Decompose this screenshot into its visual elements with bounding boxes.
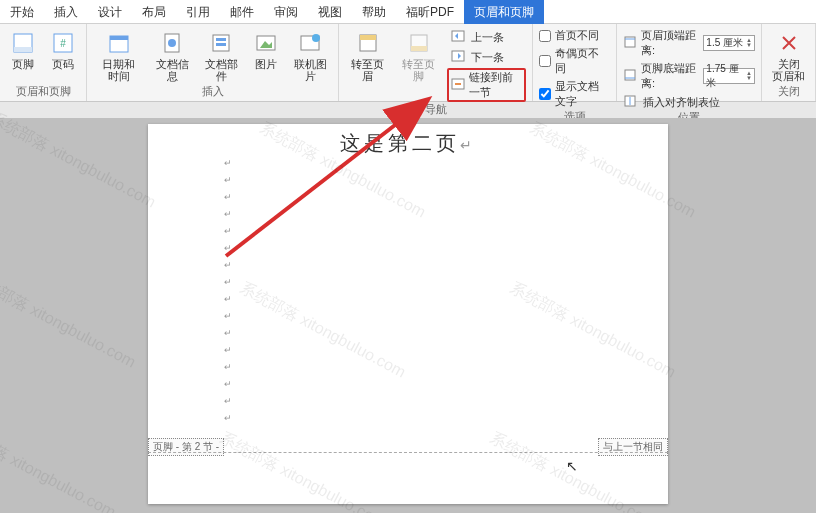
group-insert: 日期和时间 文档信息 文档部件 图片 联机图片 插入 [87,24,339,101]
footer-distance-spinner[interactable]: 页脚底端距离: 1.75 厘米▲▼ [623,61,755,91]
same-as-previous-tag: 与上一节相同 [598,438,668,456]
footer-label: 页脚 [12,58,34,70]
link-label: 链接到前一节 [469,70,522,100]
header-dist-icon [623,35,637,51]
pagenum-icon: # [50,30,76,56]
svg-text:#: # [60,38,66,49]
tab-review[interactable]: 审阅 [264,0,308,24]
goto-footer-icon [406,30,432,56]
paragraph-marks: ↵↵↵↵↵↵↵↵↵↵↵↵↵↵↵↵ [224,158,232,423]
tab-help[interactable]: 帮助 [352,0,396,24]
header-dist-value: 1.5 厘米 [706,36,743,50]
pagenum-label: 页码 [52,58,74,70]
goto-header-icon [355,30,381,56]
footer-section-tag: 页脚 - 第 2 节 - [148,438,224,456]
svg-rect-5 [110,36,128,40]
svg-point-14 [312,34,320,42]
group-header-footer: 页脚 # 页码 页眉和页脚 [0,24,87,101]
tab-home[interactable]: 开始 [0,0,44,24]
close-header-footer-button[interactable]: 关闭 页眉和 [768,26,809,82]
footer-button[interactable]: 页脚 [6,26,40,70]
close-label: 关闭 页眉和 [772,58,805,82]
align-tab-icon [623,94,639,110]
svg-rect-1 [14,47,32,52]
page[interactable]: 这是第二页↵ ↵↵↵↵↵↵↵↵↵↵↵↵↵↵↵↵ 页脚 - 第 2 节 - 与上一… [148,124,668,504]
group-navigation: 转至页眉 转至页脚 上一条 下一条 链接到前一节 [339,24,533,101]
tab-view[interactable]: 视图 [308,0,352,24]
group-navigation-label: 导航 [345,102,526,119]
footer-dist-icon [623,68,637,84]
goto-footer-label: 转至页脚 [400,58,437,82]
group-options: 首页不同 奇偶页不同 显示文档文字 选项 [533,24,617,101]
mouse-cursor-icon: ↖ [566,458,578,474]
prev-label: 上一条 [471,30,504,45]
ribbon-tabs: 开始 插入 设计 布局 引用 邮件 审阅 视图 帮助 福昕PDF 页眉和页脚 [0,0,816,24]
footer-dist-value: 1.75 厘米 [706,62,746,90]
tab-insert[interactable]: 插入 [44,0,88,24]
docparts-label: 文档部件 [204,58,239,82]
header-distance-spinner[interactable]: 页眉顶端距离: 1.5 厘米▲▼ [623,28,755,58]
calendar-icon [106,30,132,56]
prev-section-button[interactable]: 上一条 [447,28,526,46]
svg-rect-18 [411,46,427,51]
next-section-button[interactable]: 下一条 [447,48,526,66]
docinfo-button[interactable]: 文档信息 [151,26,194,82]
docparts-icon [208,30,234,56]
pagenum-button[interactable]: # 页码 [46,26,80,70]
datetime-label: 日期和时间 [97,58,141,82]
show-doc-text-checkbox[interactable]: 显示文档文字 [539,79,610,109]
tab-foxit-pdf[interactable]: 福昕PDF [396,0,464,24]
datetime-button[interactable]: 日期和时间 [93,26,145,82]
align-tab-button[interactable]: 插入对齐制表位 [623,94,755,110]
header-dist-label: 页眉顶端距离: [641,28,699,58]
tab-mailings[interactable]: 邮件 [220,0,264,24]
footer-dist-label: 页脚底端距离: [641,61,699,91]
odd-even-label: 奇偶页不同 [555,46,610,76]
docinfo-label: 文档信息 [155,58,190,82]
tab-header-footer[interactable]: 页眉和页脚 [464,0,544,24]
next-label: 下一条 [471,50,504,65]
odd-even-different-checkbox[interactable]: 奇偶页不同 [539,46,610,76]
first-page-different-checkbox[interactable]: 首页不同 [539,28,610,43]
docinfo-icon [159,30,185,56]
goto-header-button[interactable]: 转至页眉 [345,26,390,82]
pictures-label: 图片 [255,58,277,70]
svg-rect-9 [216,38,226,41]
next-icon [451,49,467,65]
close-icon [776,30,802,56]
page-header-text[interactable]: 这是第二页↵ [148,124,668,157]
docparts-button[interactable]: 文档部件 [200,26,243,82]
footer-icon [10,30,36,56]
group-close: 关闭 页眉和 关闭 [762,24,816,101]
group-insert-label: 插入 [93,84,332,101]
show-text-label: 显示文档文字 [555,79,610,109]
group-close-label: 关闭 [768,84,809,101]
prev-icon [451,29,467,45]
svg-rect-16 [360,35,376,40]
link-to-previous-button[interactable]: 链接到前一节 [447,68,526,102]
tab-layout[interactable]: 布局 [132,0,176,24]
align-tab-label: 插入对齐制表位 [643,95,720,110]
first-page-label: 首页不同 [555,28,599,43]
footer-divider [148,452,668,453]
picture-icon [253,30,279,56]
tab-references[interactable]: 引用 [176,0,220,24]
svg-point-7 [168,39,176,47]
ribbon: 页脚 # 页码 页眉和页脚 日期和时间 文档信息 文档部件 [0,24,816,102]
group-position: 页眉顶端距离: 1.5 厘米▲▼ 页脚底端距离: 1.75 厘米▲▼ 插入对齐制… [617,24,762,101]
online-picture-icon [297,30,323,56]
document-area: 这是第二页↵ ↵↵↵↵↵↵↵↵↵↵↵↵↵↵↵↵ 页脚 - 第 2 节 - 与上一… [0,118,816,513]
pictures-button[interactable]: 图片 [249,26,283,70]
svg-rect-10 [216,43,226,46]
link-icon [451,77,465,93]
group-header-footer-label: 页眉和页脚 [6,84,80,101]
online-pictures-label: 联机图片 [293,58,328,82]
tab-design[interactable]: 设计 [88,0,132,24]
online-pictures-button[interactable]: 联机图片 [289,26,332,82]
goto-footer-button[interactable]: 转至页脚 [396,26,441,82]
goto-header-label: 转至页眉 [349,58,386,82]
